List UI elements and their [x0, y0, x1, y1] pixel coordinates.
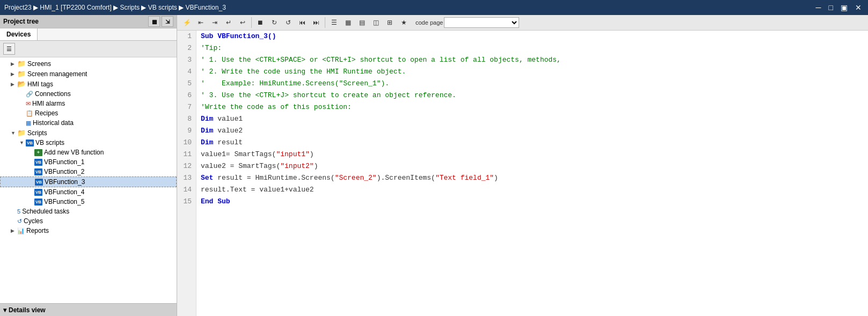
- minimize-button[interactable]: ─: [814, 3, 823, 12]
- tree-item-recipes[interactable]: 📋Recipes: [0, 108, 177, 118]
- code-token: Dim: [201, 137, 217, 149]
- tree-label-screen-management: Screen management: [27, 70, 87, 78]
- back-indent-btn[interactable]: ⇤: [194, 17, 207, 28]
- tree-item-vbfunction-5[interactable]: VBVBFunction_5: [0, 197, 177, 207]
- tree-item-cycles[interactable]: ↺Cycles: [0, 216, 177, 226]
- run-btn[interactable]: ⚡: [180, 17, 193, 28]
- next-btn[interactable]: ⏭: [310, 17, 323, 28]
- line-number-4: 4: [181, 66, 192, 78]
- line-number-8: 8: [181, 113, 192, 125]
- split-btn[interactable]: ◫: [369, 17, 382, 28]
- code-line-5: ' Example: HmiRuntime.Screens("Screen_1"…: [201, 78, 864, 90]
- tree-item-add-new-vb[interactable]: +Add new VB function: [0, 148, 177, 157]
- tree-item-scheduled-tasks[interactable]: 5Scheduled tasks: [0, 207, 177, 216]
- code-line-11: value1= SmartTags("input1"): [201, 149, 864, 160]
- code-token: "Text field_1": [435, 172, 494, 184]
- tree-label-vbfunction-5: VBFunction_5: [44, 198, 84, 205]
- tree-view-btn[interactable]: ▦: [148, 16, 160, 27]
- tree-area[interactable]: ▶📁Screens▶📁Screen management▶📂HMI tags🔗C…: [0, 57, 177, 303]
- code-editor[interactable]: 123456789101112131415 Sub VBFunction_3()…: [177, 31, 868, 316]
- code-line-9: Dim value2: [201, 125, 864, 137]
- code-token: value1= SmartTags(: [201, 149, 276, 160]
- bookmark-btn[interactable]: ★: [397, 17, 410, 28]
- code-line-10: Dim result: [201, 137, 864, 149]
- panel-tabs: Devices: [0, 28, 177, 41]
- code-page-label: code page: [415, 19, 443, 26]
- tree-item-hmi-alarms[interactable]: ✉HMI alarms: [0, 99, 177, 108]
- tree-label-vbfunction-3: VBFunction_3: [45, 178, 85, 186]
- tree-item-historical-data[interactable]: ▦Historical data: [0, 118, 177, 128]
- code-line-6: ' 3. Use the <CTRL+J> shortcut to create…: [201, 90, 864, 101]
- line-number-10: 10: [181, 137, 192, 149]
- tree-item-vbfunction-1[interactable]: VBVBFunction_1: [0, 157, 177, 167]
- restore-button[interactable]: □: [827, 3, 835, 12]
- right-panel: ⚡⇤⇥↵↩⏹↻↺⏮⏭☰▦▤◫⊞★code page 12345678910111…: [177, 15, 868, 316]
- line-number-12: 12: [181, 160, 192, 172]
- line-number-5: 5: [181, 78, 192, 90]
- line-number-7: 7: [181, 101, 192, 113]
- toolbar-separator-5: [251, 17, 252, 28]
- tree-item-scripts[interactable]: ▼📁Scripts: [0, 128, 177, 138]
- tree-detail-btn[interactable]: ⇲: [162, 16, 173, 27]
- code-token: result = HmiRuntime.Screens(: [217, 172, 334, 184]
- details-toggle[interactable]: ▾: [3, 306, 6, 314]
- add-btn[interactable]: ⊞: [383, 17, 396, 28]
- code-line-13: Set result = HmiRuntime.Screens("Screen_…: [201, 172, 864, 184]
- filter-btn[interactable]: ▤: [355, 17, 368, 28]
- tree-label-vb-scripts: VB scripts: [35, 139, 64, 146]
- code-page-select[interactable]: [444, 17, 519, 28]
- grid-btn[interactable]: ▦: [341, 17, 354, 28]
- line-number-2: 2: [181, 42, 192, 54]
- tree-label-screens: Screens: [27, 60, 51, 68]
- close-button[interactable]: ✕: [853, 3, 864, 12]
- code-token: ' 3. Use the <CTRL+J> shortcut to create…: [201, 90, 456, 101]
- tree-label-recipes: Recipes: [35, 109, 58, 117]
- line-number-15: 15: [181, 196, 192, 208]
- code-token: Set: [201, 172, 217, 184]
- code-token: ' Example: HmiRuntime.Screens("Screen_1"…: [201, 78, 389, 90]
- code-token: ).ScreenItems(: [377, 172, 435, 184]
- editor-toolbar: ⚡⇤⇥↵↩⏹↻↺⏮⏭☰▦▤◫⊞★code page: [177, 15, 868, 31]
- forward-indent-btn[interactable]: ⇥: [208, 17, 221, 28]
- tree-label-vbfunction-1: VBFunction_1: [44, 158, 84, 166]
- code-token: value2 = SmartTags(: [201, 160, 280, 172]
- tree-item-vbfunction-3[interactable]: VBVBFunction_3: [0, 177, 177, 187]
- line-number-3: 3: [181, 54, 192, 66]
- redo-btn[interactable]: ↻: [268, 17, 281, 28]
- toolbar-separator-11: [325, 17, 325, 28]
- stop-btn[interactable]: ⏹: [254, 17, 267, 28]
- code-token: ): [494, 172, 498, 184]
- main-layout: Project tree ▦ ⇲ Devices ☰ ▶📁Screens▶📁Sc…: [0, 15, 868, 316]
- code-line-7: 'Write the code as of this position:: [201, 101, 864, 113]
- tree-label-reports: Reports: [26, 227, 49, 234]
- tree-label-cycles: Cycles: [24, 217, 43, 225]
- code-content[interactable]: Sub VBFunction_3()'Tip:' 1. Use the <CTR…: [196, 31, 868, 316]
- undo2-btn[interactable]: ↺: [282, 17, 295, 28]
- tree-item-vbfunction-4[interactable]: VBVBFunction_4: [0, 187, 177, 197]
- tab-devices[interactable]: Devices: [0, 28, 38, 40]
- details-view: ▾ Details view: [0, 303, 177, 316]
- list-btn[interactable]: ☰: [327, 17, 340, 28]
- tree-label-scripts: Scripts: [27, 129, 47, 137]
- code-token: ' 2. Write the code using the HMI Runtim…: [201, 66, 406, 78]
- tree-item-reports[interactable]: ▶📊Reports: [0, 226, 177, 236]
- code-token: value1: [217, 113, 243, 125]
- code-line-15: End Sub: [201, 196, 864, 208]
- maximize-button[interactable]: ▣: [838, 3, 850, 12]
- tree-item-screens[interactable]: ▶📁Screens: [0, 58, 177, 69]
- code-token: result.Text = value1+value2: [201, 184, 314, 196]
- newline-btn[interactable]: ↵: [222, 17, 235, 28]
- tree-item-connections[interactable]: 🔗Connections: [0, 89, 177, 99]
- header-icons: ▦ ⇲: [148, 16, 173, 27]
- tree-item-screen-management[interactable]: ▶📁Screen management: [0, 69, 177, 79]
- undo-btn[interactable]: ↩: [236, 17, 249, 28]
- prev-btn[interactable]: ⏮: [296, 17, 309, 28]
- project-tree-label: Project tree: [3, 18, 39, 25]
- left-panel: Project tree ▦ ⇲ Devices ☰ ▶📁Screens▶📁Sc…: [0, 15, 177, 316]
- code-token: ): [310, 149, 314, 160]
- tree-item-hmi-tags[interactable]: ▶📂HMI tags: [0, 79, 177, 89]
- code-line-4: ' 2. Write the code using the HMI Runtim…: [201, 66, 864, 78]
- left-tb-btn-1[interactable]: ☰: [3, 43, 15, 55]
- tree-item-vb-scripts[interactable]: ▼VBVB scripts: [0, 138, 177, 148]
- tree-item-vbfunction-2[interactable]: VBVBFunction_2: [0, 167, 177, 177]
